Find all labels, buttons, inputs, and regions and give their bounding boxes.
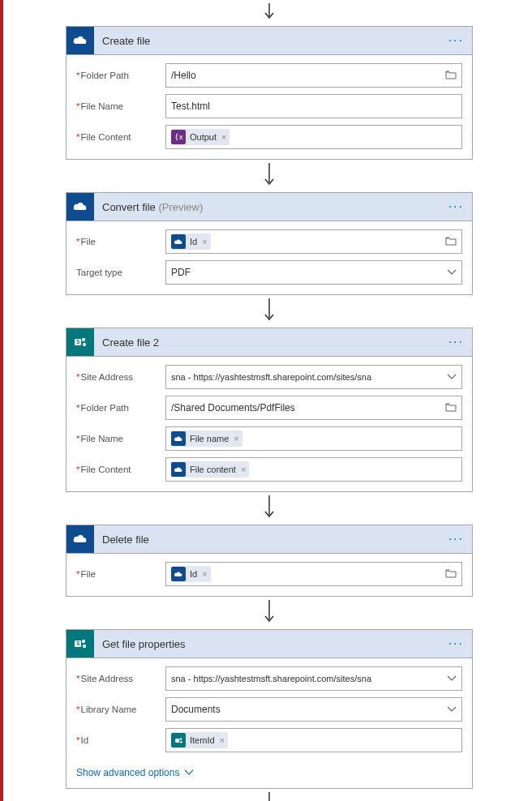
onedrive-icon bbox=[171, 431, 186, 446]
site-address-select[interactable]: sna - https://yashtestmsft.sharepoint.co… bbox=[165, 666, 462, 691]
onedrive-icon bbox=[66, 27, 94, 54]
onedrive-icon bbox=[66, 525, 94, 553]
folder-icon[interactable] bbox=[445, 70, 457, 82]
token-filecontent[interactable]: File content × bbox=[171, 461, 249, 478]
target-type-select[interactable]: PDF bbox=[165, 260, 462, 285]
svg-point-11 bbox=[180, 740, 182, 743]
folder-path-input[interactable]: /Shared Documents/PdfFiles bbox=[165, 396, 462, 420]
action-get-file-properties: S Get file properties ··· *Site Address … bbox=[66, 629, 473, 789]
site-address-select[interactable]: sna - https://yashtestmsft.sharepoint.co… bbox=[165, 365, 462, 389]
svg-rect-9 bbox=[175, 739, 179, 743]
card-header[interactable]: S Get file properties ··· bbox=[66, 630, 472, 658]
field-label: *Site Address bbox=[76, 372, 165, 382]
sharepoint-icon: S bbox=[66, 630, 94, 658]
svg-text:S: S bbox=[76, 640, 80, 646]
token-output[interactable]: {x} Output × bbox=[171, 129, 230, 145]
svg-text:{x}: {x} bbox=[174, 133, 183, 141]
action-create-file: Create file ··· *Folder Path /Hello *Fil… bbox=[66, 26, 473, 160]
card-header[interactable]: Convert file (Preview) ··· bbox=[66, 193, 472, 221]
action-convert-file: Convert file (Preview) ··· *File Id × bbox=[66, 192, 473, 295]
file-input[interactable]: Id × bbox=[165, 229, 462, 254]
card-menu[interactable]: ··· bbox=[440, 335, 472, 349]
onedrive-icon bbox=[171, 462, 186, 477]
field-label: *File Name bbox=[76, 434, 165, 443]
file-name-input[interactable]: File name × bbox=[165, 426, 462, 451]
onedrive-icon bbox=[171, 234, 186, 249]
action-create-file-2: S Create file 2 ··· *Site Address sna - … bbox=[66, 328, 473, 492]
flow-arrow bbox=[3, 597, 532, 629]
svg-text:S: S bbox=[76, 339, 80, 345]
token-id[interactable]: Id × bbox=[171, 566, 211, 582]
card-menu[interactable]: ··· bbox=[440, 532, 472, 546]
token-filename[interactable]: File name × bbox=[171, 430, 242, 447]
card-title: Convert file (Preview) bbox=[94, 201, 203, 213]
token-remove[interactable]: × bbox=[234, 434, 238, 443]
sharepoint-icon: S bbox=[66, 328, 94, 356]
field-label: *Id bbox=[76, 735, 165, 745]
card-header[interactable]: Delete file ··· bbox=[66, 525, 472, 554]
flow-arrow bbox=[3, 160, 532, 192]
onedrive-icon bbox=[171, 567, 186, 581]
chevron-down-icon bbox=[447, 371, 457, 383]
file-content-input[interactable]: File content × bbox=[165, 457, 462, 482]
card-title: Get file properties bbox=[94, 638, 186, 650]
field-label: Target type bbox=[76, 268, 165, 277]
flow-arrow bbox=[3, 789, 532, 801]
chevron-down-icon bbox=[447, 673, 457, 684]
action-delete-file: Delete file ··· *File Id × bbox=[66, 525, 473, 597]
fx-icon: {x} bbox=[171, 130, 186, 144]
folder-icon[interactable] bbox=[445, 568, 457, 580]
file-name-input[interactable]: Test.html bbox=[165, 94, 462, 118]
library-name-select[interactable]: Documents bbox=[165, 697, 462, 722]
flow-arrow bbox=[3, 492, 532, 525]
field-label: *File Content bbox=[76, 132, 165, 142]
svg-point-3 bbox=[82, 338, 85, 341]
svg-point-7 bbox=[82, 640, 85, 643]
svg-point-4 bbox=[83, 343, 86, 346]
card-title: Create file bbox=[94, 35, 150, 47]
token-remove[interactable]: × bbox=[202, 569, 207, 579]
field-label: *File bbox=[76, 237, 165, 246]
chevron-down-icon bbox=[447, 267, 457, 278]
card-title: Create file 2 bbox=[94, 336, 159, 349]
onedrive-icon bbox=[66, 193, 94, 221]
token-itemid[interactable]: ItemId × bbox=[171, 732, 228, 748]
svg-point-10 bbox=[179, 738, 182, 740]
token-id[interactable]: Id × bbox=[171, 233, 211, 250]
card-menu[interactable]: ··· bbox=[440, 199, 472, 214]
field-label: *File Name bbox=[76, 101, 165, 111]
field-label: *Site Address bbox=[76, 674, 165, 683]
file-content-input[interactable]: {x} Output × bbox=[165, 125, 462, 149]
token-remove[interactable]: × bbox=[220, 735, 225, 745]
field-label: *Folder Path bbox=[76, 71, 165, 80]
show-advanced-options[interactable]: Show advanced options bbox=[66, 762, 472, 788]
svg-point-8 bbox=[83, 645, 86, 648]
field-label: *File Content bbox=[76, 465, 165, 474]
file-input[interactable]: Id × bbox=[165, 562, 462, 586]
field-label: *Folder Path bbox=[76, 403, 165, 413]
chevron-down-icon bbox=[447, 704, 457, 715]
flow-arrow bbox=[3, 295, 532, 328]
id-input[interactable]: ItemId × bbox=[165, 728, 462, 752]
token-remove[interactable]: × bbox=[241, 465, 246, 474]
flow-arrow bbox=[3, 0, 532, 26]
folder-path-input[interactable]: /Hello bbox=[165, 63, 462, 88]
field-label: *Library Name bbox=[76, 705, 165, 714]
card-menu[interactable]: ··· bbox=[440, 33, 472, 48]
sharepoint-icon bbox=[171, 733, 186, 747]
card-menu[interactable]: ··· bbox=[440, 636, 472, 651]
folder-icon[interactable] bbox=[445, 236, 457, 248]
token-remove[interactable]: × bbox=[202, 237, 207, 246]
card-header[interactable]: S Create file 2 ··· bbox=[66, 328, 472, 357]
field-label: *File bbox=[76, 569, 165, 579]
folder-icon[interactable] bbox=[445, 402, 457, 414]
token-remove[interactable]: × bbox=[221, 132, 226, 142]
card-title: Delete file bbox=[94, 533, 149, 546]
card-header[interactable]: Create file ··· bbox=[66, 27, 472, 55]
